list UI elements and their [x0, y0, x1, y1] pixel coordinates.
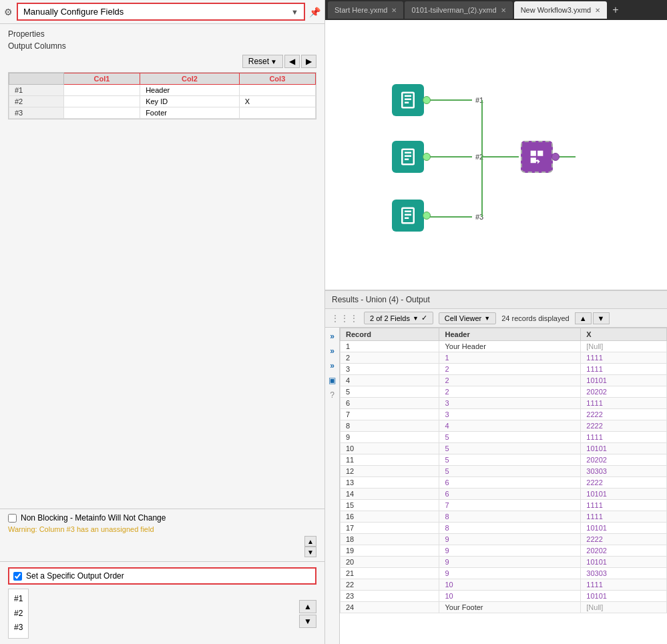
cell-record: 6	[341, 398, 439, 409]
nav-down-button[interactable]: ▼	[593, 312, 610, 324]
table-row: 17810101	[341, 523, 667, 534]
table-row: 1681111	[341, 511, 667, 523]
cell-record: 2	[341, 352, 439, 364]
square-icon[interactable]: ▣	[326, 374, 339, 386]
table-row: 1571111	[341, 500, 667, 511]
scroll-down-button[interactable]: ▼	[304, 547, 316, 557]
add-tab-button[interactable]: +	[608, 4, 622, 16]
table-row: 631111	[341, 398, 667, 409]
order-down-button[interactable]: ▼	[299, 615, 316, 628]
row3-col2: Footer	[140, 107, 240, 119]
results-toolbar: ⋮⋮⋮ 2 of 2 Fields ▼ ✓ Cell Viewer ▼ 24 r…	[325, 309, 667, 328]
non-blocking-checkbox[interactable]	[8, 514, 17, 523]
cell-x: 10101	[581, 489, 667, 500]
dbl-arrow-icon-2[interactable]: »	[326, 345, 339, 357]
cell-header: 8	[439, 523, 581, 534]
workflow-node-3[interactable]	[392, 200, 424, 232]
cell-header: 9	[439, 545, 581, 557]
nav-arrows: ▲ ▼	[575, 312, 610, 324]
gear-icon: ⚙	[4, 7, 13, 17]
connector-green-3	[423, 212, 431, 220]
results-sidebar: » » » ▣ ?	[325, 328, 340, 644]
workflow-node-2[interactable]	[392, 141, 424, 173]
cell-header: 3	[439, 398, 581, 409]
close-icon[interactable]: ✕	[595, 7, 600, 14]
tab-0101[interactable]: 0101-tsilverman_(2).yxmd ✕	[405, 1, 512, 19]
order-up-button[interactable]: ▲	[299, 600, 316, 613]
table-row[interactable]: #2 Key ID X	[9, 96, 316, 107]
cell-x: [Null]	[581, 602, 667, 613]
book-node-3	[392, 200, 424, 232]
book-node-1	[392, 84, 424, 116]
right-arrow-button[interactable]: ▶	[301, 55, 316, 68]
connector-green-1	[423, 96, 431, 104]
column-table-wrapper: Col1 Col2 Col3 #1 Header #2	[8, 72, 316, 119]
row2-col3: X	[239, 96, 315, 107]
cell-record: 13	[341, 477, 439, 489]
config-dropdown[interactable]: Manually Configure Fields ▼	[17, 3, 305, 21]
reset-button[interactable]: Reset ▼	[242, 55, 283, 68]
properties-section: Properties Output Columns Reset ▼ ◀ ▶ Co…	[0, 24, 324, 509]
help-icon[interactable]: ?	[326, 389, 339, 401]
table-row: 211111	[341, 352, 667, 364]
table-row: 5220202	[341, 386, 667, 398]
cell-x: 10101	[581, 375, 667, 386]
tab-label: Start Here.yxmd	[335, 6, 387, 14]
table-row: 22101111	[341, 579, 667, 591]
viewer-btn-label: Cell Viewer	[445, 314, 481, 322]
tab-new-workflow[interactable]: New Workflow3.yxmd ✕	[514, 1, 608, 19]
cell-x: 20202	[581, 545, 667, 557]
cell-header: 6	[439, 477, 581, 489]
book-node-2	[392, 141, 424, 173]
cell-x: 30303	[581, 466, 667, 477]
table-row: 1Your Header[Null]	[341, 341, 667, 352]
close-icon[interactable]: ✕	[391, 7, 397, 14]
cell-header: Your Footer	[439, 602, 581, 613]
cell-header: 9	[439, 557, 581, 568]
workflow-union-node[interactable]	[521, 141, 553, 173]
caret-icon: ▼	[270, 58, 277, 65]
order-arrows: ▲ ▼	[299, 600, 316, 628]
cell-header: 6	[439, 489, 581, 500]
table-row[interactable]: #1 Header	[9, 85, 316, 96]
cell-record: 5	[341, 386, 439, 398]
table-row[interactable]: #3 Footer	[9, 107, 316, 119]
close-icon[interactable]: ✕	[501, 7, 506, 14]
nav-up-button[interactable]: ▲	[575, 312, 592, 324]
set-output-order-checkbox[interactable]	[13, 572, 22, 581]
cell-record: 9	[341, 432, 439, 443]
canvas-area[interactable]: #1 #2 #3 Data	[325, 20, 667, 290]
row2-col2: Key ID	[140, 96, 240, 107]
workflow-node-1[interactable]	[392, 84, 424, 116]
cell-x: 1111	[581, 432, 667, 443]
output-order-section: Set a Specific Output Order #1 #2 #3 ▲ ▼	[0, 561, 324, 644]
table-row: 842222	[341, 420, 667, 432]
fields-button[interactable]: 2 of 2 Fields ▼ ✓	[364, 312, 433, 324]
svg-text:#1: #1	[475, 96, 483, 104]
non-blocking-label: Non Blocking - Metainfo Will Not Change	[21, 513, 166, 523]
column-table: Col1 Col2 Col3 #1 Header #2	[9, 73, 316, 119]
cell-header: 7	[439, 500, 581, 511]
tab-start-here[interactable]: Start Here.yxmd ✕	[328, 1, 403, 19]
cell-record: 15	[341, 500, 439, 511]
table-row: 951111	[341, 432, 667, 443]
cell-header: 2	[439, 386, 581, 398]
pin-icon: 📌	[309, 7, 320, 17]
dbl-arrow-icon-3[interactable]: »	[326, 360, 339, 372]
scroll-up-button[interactable]: ▲	[304, 536, 316, 547]
table-row: 14610101	[341, 489, 667, 500]
cell-header: 5	[439, 466, 581, 477]
cell-x: 1111	[581, 352, 667, 364]
cell-x: 10101	[581, 523, 667, 534]
cell-x: 1111	[581, 511, 667, 523]
row-num-1: #1	[9, 85, 64, 96]
cell-viewer-button[interactable]: Cell Viewer ▼	[439, 312, 496, 324]
data-table-wrapper[interactable]: Record Header X 1Your Header[Null]211111…	[340, 328, 667, 644]
results-table: Record Header X 1Your Header[Null]211111…	[340, 328, 667, 613]
dbl-arrow-icon-1[interactable]: »	[326, 330, 339, 342]
row-num-3: #3	[9, 107, 64, 119]
cell-x: 2222	[581, 534, 667, 545]
row3-col1	[63, 107, 140, 119]
chevron-down-icon: ▼	[291, 8, 298, 16]
left-arrow-button[interactable]: ◀	[284, 55, 300, 68]
